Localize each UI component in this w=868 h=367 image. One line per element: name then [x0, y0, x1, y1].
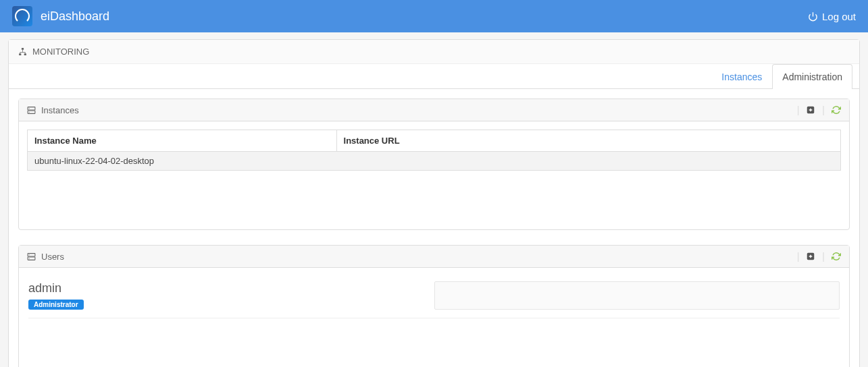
- app-logo-icon: [12, 6, 32, 26]
- panel-body: Instances | |: [9, 89, 859, 367]
- table-row[interactable]: ubuntu-linux-22-04-02-desktop: [28, 152, 841, 171]
- logout-label: Log out: [822, 11, 856, 22]
- svg-point-11: [29, 254, 30, 255]
- brand-title: eiDashboard: [41, 9, 109, 24]
- users-subpanel-header: Users | |: [19, 246, 849, 268]
- logout-button[interactable]: Log out: [808, 11, 856, 22]
- instances-table: Instance Name Instance URL ubuntu-linux-…: [27, 130, 841, 171]
- instances-actions: | |: [797, 105, 841, 115]
- svg-rect-10: [28, 257, 35, 260]
- col-instance-url: Instance URL: [336, 130, 840, 152]
- monitoring-panel-header: MONITORING: [9, 40, 859, 64]
- role-badge: Administrator: [28, 300, 84, 310]
- navbar: eiDashboard Log out: [0, 0, 868, 32]
- svg-point-12: [29, 258, 30, 258]
- divider: |: [797, 251, 800, 262]
- add-user-button[interactable]: [806, 252, 815, 261]
- monitoring-title: MONITORING: [32, 47, 89, 57]
- main-container: MONITORING Instances Administration: [0, 32, 868, 367]
- refresh-users-button[interactable]: [832, 252, 841, 261]
- instances-subpanel-header: Instances | |: [19, 99, 849, 121]
- panel-tabs: Instances Administration: [9, 64, 859, 89]
- tab-administration[interactable]: Administration: [772, 64, 852, 89]
- svg-rect-5: [28, 111, 35, 113]
- user-info: admin Administrator: [28, 281, 84, 310]
- instances-subpanel: Instances | |: [18, 98, 850, 230]
- divider: |: [822, 105, 825, 115]
- sitemap-icon: [18, 47, 27, 56]
- user-name: admin: [28, 281, 84, 295]
- users-subpanel: Users | |: [18, 245, 850, 367]
- instances-body: Instance Name Instance URL ubuntu-linux-…: [19, 121, 849, 229]
- users-body: admin Administrator: [19, 268, 849, 367]
- tab-instances[interactable]: Instances: [711, 64, 772, 89]
- svg-rect-4: [28, 107, 35, 109]
- cell-instance-name: ubuntu-linux-22-04-02-desktop: [28, 152, 337, 171]
- refresh-instances-button[interactable]: [832, 105, 841, 115]
- svg-rect-9: [28, 253, 35, 256]
- divider: |: [822, 251, 825, 262]
- instances-title: Instances: [41, 105, 79, 115]
- svg-rect-2: [19, 53, 21, 55]
- svg-rect-1: [22, 48, 24, 50]
- user-detail-box: [434, 281, 840, 310]
- cell-instance-url: [336, 152, 840, 171]
- server-icon: [27, 252, 36, 261]
- power-icon: [808, 11, 818, 22]
- col-instance-name: Instance Name: [28, 130, 337, 152]
- add-instance-button[interactable]: [806, 105, 815, 115]
- svg-point-7: [29, 111, 30, 112]
- svg-rect-3: [24, 53, 26, 55]
- users-actions: | |: [797, 251, 841, 262]
- monitoring-panel: MONITORING Instances Administration: [8, 39, 860, 367]
- svg-point-6: [29, 108, 30, 109]
- navbar-left: eiDashboard: [12, 6, 109, 26]
- users-title: Users: [41, 252, 64, 262]
- server-icon: [27, 106, 36, 115]
- user-row: admin Administrator: [28, 281, 840, 318]
- divider: |: [797, 105, 800, 115]
